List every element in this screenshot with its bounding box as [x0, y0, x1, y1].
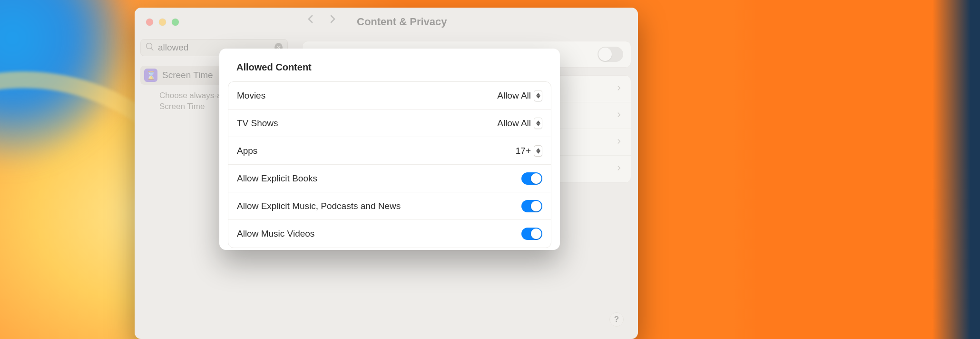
apps-select[interactable]: 17+ [516, 145, 542, 157]
explicit-music-toggle[interactable] [521, 200, 542, 212]
row-label: Allow Music Videos [237, 229, 314, 239]
row-label: Allow Explicit Books [237, 173, 317, 184]
sheet-title: Allowed Content [236, 62, 560, 73]
updown-icon [534, 118, 542, 129]
svg-marker-2 [536, 120, 540, 123]
row-explicit-music: Allow Explicit Music, Podcasts and News [228, 192, 551, 220]
svg-marker-4 [536, 148, 540, 150]
desktop-wallpaper: Content & Privacy ✕ ⌛ Screen Time Choose… [0, 0, 980, 339]
updown-icon [534, 90, 542, 101]
row-explicit-books: Allow Explicit Books [228, 165, 551, 192]
select-value: 17+ [516, 146, 531, 156]
row-label: Movies [237, 90, 265, 101]
updown-icon [534, 145, 542, 157]
row-music-videos: Allow Music Videos [228, 220, 551, 248]
row-tv-shows: TV Shows Allow All [228, 110, 551, 137]
row-apps: Apps 17+ [228, 137, 551, 165]
tv-select[interactable]: Allow All [497, 118, 542, 129]
svg-marker-1 [536, 96, 540, 98]
allowed-content-card: Movies Allow All TV Shows Allow All [228, 81, 551, 248]
select-value: Allow All [497, 118, 531, 129]
row-label: Allow Explicit Music, Podcasts and News [237, 201, 401, 211]
svg-marker-5 [536, 151, 540, 153]
movies-select[interactable]: Allow All [497, 90, 542, 101]
row-label: Apps [237, 146, 257, 156]
wallpaper-right-edge [932, 0, 980, 339]
row-label: TV Shows [237, 118, 278, 129]
svg-marker-0 [536, 93, 540, 95]
allowed-content-sheet: Allowed Content Movies Allow All TV Show… [219, 49, 560, 250]
music-videos-toggle[interactable] [521, 228, 542, 240]
svg-marker-3 [536, 123, 540, 126]
row-movies: Movies Allow All [228, 82, 551, 110]
explicit-books-toggle[interactable] [521, 172, 542, 185]
select-value: Allow All [497, 90, 531, 101]
